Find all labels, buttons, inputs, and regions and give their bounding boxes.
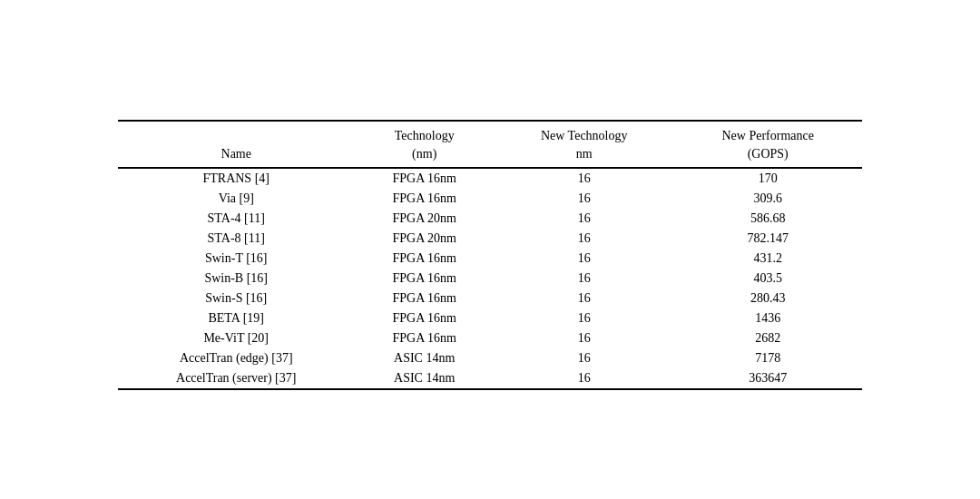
cell-name: Swin-B [16] — [118, 269, 354, 289]
table-body: FTRANS [4]FPGA 16nm16170Via [9]FPGA 16nm… — [118, 169, 862, 388]
table-row: AccelTran (edge) [37]ASIC 14nm167178 — [118, 348, 862, 368]
cell-new-technology: 16 — [495, 169, 673, 189]
table-row: FTRANS [4]FPGA 16nm16170 — [118, 169, 862, 189]
cell-new-technology: 16 — [495, 269, 673, 289]
cell-technology: FPGA 16nm — [354, 289, 495, 308]
cell-technology: ASIC 14nm — [354, 368, 495, 388]
cell-new-technology: 16 — [495, 249, 673, 269]
cell-name: STA-8 [11] — [118, 229, 354, 249]
cell-name: STA-4 [11] — [118, 209, 354, 229]
table-row: Me-ViT [20]FPGA 16nm162682 — [118, 328, 862, 348]
cell-new-performance: 363647 — [673, 368, 862, 388]
page-container: Name Technology(nm) New Technologynm New… — [82, 91, 898, 407]
table-row: Swin-S [16]FPGA 16nm16280.43 — [118, 289, 862, 308]
cell-new-technology: 16 — [495, 328, 673, 348]
cell-new-technology: 16 — [495, 229, 673, 249]
cell-new-performance: 7178 — [673, 348, 862, 368]
cell-new-technology: 16 — [495, 289, 673, 308]
cell-technology: FPGA 16nm — [354, 328, 495, 348]
cell-new-performance: 170 — [673, 169, 862, 189]
cell-new-performance: 403.5 — [673, 269, 862, 289]
cell-name: Me-ViT [20] — [118, 328, 354, 348]
cell-name: AccelTran (server) [37] — [118, 368, 354, 388]
cell-new-performance: 431.2 — [673, 249, 862, 269]
cell-name: Swin-S [16] — [118, 289, 354, 308]
cell-technology: FPGA 20nm — [354, 229, 495, 249]
table-row: Swin-B [16]FPGA 16nm16403.5 — [118, 269, 862, 289]
cell-new-technology: 16 — [495, 368, 673, 388]
cell-new-technology: 16 — [495, 209, 673, 229]
cell-name: BETA [19] — [118, 308, 354, 328]
col-header-new-performance: New Performance(GOPS) — [673, 122, 862, 167]
cell-new-performance: 1436 — [673, 308, 862, 328]
cell-technology: ASIC 14nm — [354, 348, 495, 368]
cell-technology: FPGA 16nm — [354, 189, 495, 209]
cell-technology: FPGA 16nm — [354, 269, 495, 289]
table-row: STA-8 [11]FPGA 20nm16782.147 — [118, 229, 862, 249]
cell-name: FTRANS [4] — [118, 169, 354, 189]
table-row: STA-4 [11]FPGA 20nm16586.68 — [118, 209, 862, 229]
cell-technology: FPGA 20nm — [354, 209, 495, 229]
cell-technology: FPGA 16nm — [354, 249, 495, 269]
col-header-name: Name — [118, 122, 354, 167]
main-table: Name Technology(nm) New Technologynm New… — [118, 120, 862, 389]
cell-technology: FPGA 16nm — [354, 169, 495, 189]
table-row: BETA [19]FPGA 16nm161436 — [118, 308, 862, 328]
cell-new-technology: 16 — [495, 348, 673, 368]
table-row: Swin-T [16]FPGA 16nm16431.2 — [118, 249, 862, 269]
table-row: AccelTran (server) [37]ASIC 14nm16363647 — [118, 368, 862, 388]
cell-new-performance: 782.147 — [673, 229, 862, 249]
cell-name: Swin-T [16] — [118, 249, 354, 269]
cell-new-performance: 309.6 — [673, 189, 862, 209]
cell-new-performance: 2682 — [673, 328, 862, 348]
cell-name: AccelTran (edge) [37] — [118, 348, 354, 368]
col-header-technology: Technology(nm) — [354, 122, 495, 167]
cell-new-technology: 16 — [495, 189, 673, 209]
cell-new-performance: 586.68 — [673, 209, 862, 229]
cell-technology: FPGA 16nm — [354, 308, 495, 328]
cell-new-technology: 16 — [495, 308, 673, 328]
cell-new-performance: 280.43 — [673, 289, 862, 308]
table-header: Name Technology(nm) New Technologynm New… — [118, 122, 862, 167]
table-row: Via [9]FPGA 16nm16309.6 — [118, 189, 862, 209]
cell-name: Via [9] — [118, 189, 354, 209]
col-header-new-technology: New Technologynm — [495, 122, 673, 167]
